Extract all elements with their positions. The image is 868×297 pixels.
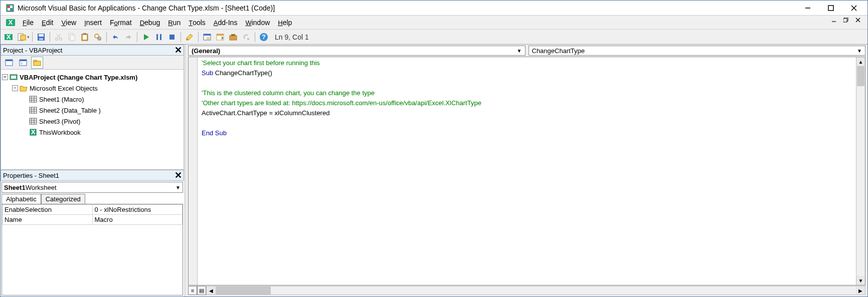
- help-icon[interactable]: ?: [258, 31, 270, 43]
- svg-rect-2: [8, 6, 10, 8]
- code-header: (General) ▼ ChangeChartType ▼: [186, 45, 867, 57]
- code-editor[interactable]: 'Select your chart first before running …: [188, 57, 865, 285]
- save-icon[interactable]: [35, 31, 47, 43]
- view-excel-icon[interactable]: X: [3, 31, 15, 43]
- scroll-left-icon[interactable]: ◀: [207, 286, 216, 294]
- full-module-view-icon[interactable]: ▤: [197, 286, 206, 295]
- break-icon[interactable]: [153, 31, 165, 43]
- property-row[interactable]: EnableSelection0 - xlNoRestrictions: [3, 205, 183, 215]
- tree-root-label: VBAProject (Change Chart Type.xlsm): [20, 74, 137, 81]
- find-icon[interactable]: [92, 31, 104, 43]
- paste-icon[interactable]: [79, 31, 91, 43]
- chevron-down-icon: ▼: [857, 48, 862, 54]
- menu-edit[interactable]: Edit: [38, 17, 57, 29]
- svg-rect-27: [70, 35, 75, 41]
- project-toolbar: [1, 56, 184, 70]
- toolbox-icon[interactable]: [227, 31, 239, 43]
- object-combo[interactable]: (General) ▼: [188, 46, 526, 56]
- tree-project-root[interactable]: − VBAProject (Change Chart Type.xlsm): [2, 72, 183, 83]
- code-pane: (General) ▼ ChangeChartType ▼ 'Select yo…: [186, 45, 867, 296]
- project-explorer-icon[interactable]: [201, 31, 213, 43]
- tree-folder-objects[interactable]: − Microsoft Excel Objects: [2, 83, 183, 94]
- tab-alphabetic[interactable]: Alphabetic: [2, 194, 41, 204]
- property-row[interactable]: NameMacro: [3, 215, 183, 225]
- insert-module-icon[interactable]: [16, 31, 28, 43]
- scroll-up-icon[interactable]: ▲: [856, 57, 865, 66]
- minimize-button[interactable]: [796, 1, 819, 16]
- procedure-combo[interactable]: ChangeChartType ▼: [529, 46, 866, 56]
- maximize-button[interactable]: [819, 1, 842, 16]
- properties-grid[interactable]: EnableSelection0 - xlNoRestrictions Name…: [2, 204, 183, 295]
- object-browser-icon[interactable]: [240, 31, 252, 43]
- svg-rect-3: [10, 8, 13, 11]
- svg-rect-29: [83, 35, 87, 40]
- code-text[interactable]: 'Select your chart first before running …: [198, 57, 856, 285]
- design-mode-icon[interactable]: [184, 31, 196, 43]
- properties-panel-title: Properties - Sheet1: [3, 172, 59, 179]
- cut-icon[interactable]: [53, 31, 65, 43]
- svg-marker-60: [20, 86, 27, 91]
- property-value[interactable]: 0 - xlNoRestrictions: [92, 205, 183, 215]
- tree-thisworkbook[interactable]: X ThisWorkbook: [2, 127, 183, 138]
- menu-addins[interactable]: Add-Ins: [210, 17, 242, 29]
- menu-run[interactable]: Run: [164, 17, 185, 29]
- svg-text:X: X: [7, 33, 11, 41]
- undo-icon[interactable]: [109, 31, 121, 43]
- svg-rect-20: [39, 34, 44, 37]
- menu-file[interactable]: File: [19, 17, 38, 29]
- menu-insert[interactable]: Insert: [80, 17, 106, 29]
- view-code-icon[interactable]: [3, 57, 15, 69]
- collapse-icon[interactable]: −: [2, 74, 8, 80]
- tree-sheet3[interactable]: Sheet3 (Pivot): [2, 116, 183, 127]
- svg-rect-57: [34, 60, 37, 62]
- view-object-icon[interactable]: [17, 57, 29, 69]
- properties-object-combo[interactable]: Sheet1 Worksheet ▼: [2, 182, 183, 193]
- menu-debug[interactable]: Debug: [136, 17, 164, 29]
- mdi-restore-button[interactable]: [843, 17, 855, 29]
- property-value[interactable]: Macro: [92, 215, 183, 225]
- mdi-minimize-button[interactable]: [831, 17, 843, 29]
- toggle-folders-icon[interactable]: [31, 57, 43, 69]
- run-icon[interactable]: [140, 31, 152, 43]
- redo-icon[interactable]: [122, 31, 134, 43]
- project-panel-title: Project - VBAProject: [3, 47, 63, 54]
- svg-line-25: [57, 34, 60, 38]
- svg-line-24: [57, 34, 61, 38]
- properties-panel-close-icon[interactable]: ✕: [172, 170, 184, 181]
- menu-tools[interactable]: Tools: [185, 17, 210, 29]
- properties-window-icon[interactable]: [214, 31, 226, 43]
- svg-rect-54: [20, 60, 27, 61]
- close-button[interactable]: [842, 1, 865, 16]
- menu-view[interactable]: View: [57, 17, 80, 29]
- vertical-scrollbar[interactable]: ▲ ▼: [856, 57, 865, 285]
- tree-sheet2[interactable]: Sheet2 (Data_Table ): [2, 105, 183, 116]
- menu-format[interactable]: Format: [106, 17, 136, 29]
- svg-point-23: [60, 38, 62, 40]
- menu-help[interactable]: Help: [274, 17, 296, 29]
- toolbar: X ▾ ? Ln 9, Col 1: [1, 30, 867, 45]
- tree-sheet1[interactable]: Sheet1 (Macro): [2, 94, 183, 105]
- horizontal-scrollbar[interactable]: ◀ ▶: [206, 286, 865, 295]
- scrollbar-thumb[interactable]: [857, 66, 864, 86]
- svg-rect-36: [160, 34, 161, 40]
- chevron-down-icon: ▼: [517, 48, 522, 54]
- procedure-view-icon[interactable]: ≡: [188, 286, 197, 295]
- menu-window[interactable]: Window: [241, 17, 274, 29]
- svg-text:X: X: [31, 128, 36, 136]
- mdi-close-button[interactable]: [855, 17, 867, 29]
- project-tree[interactable]: − VBAProject (Change Chart Type.xlsm) − …: [1, 70, 184, 170]
- scroll-right-icon[interactable]: ▶: [856, 286, 865, 294]
- svg-rect-44: [217, 34, 224, 36]
- tab-categorized[interactable]: Categorized: [41, 194, 85, 204]
- collapse-icon[interactable]: −: [12, 85, 18, 91]
- excel-icon[interactable]: X: [6, 18, 16, 28]
- scrollbar-thumb[interactable]: [216, 286, 271, 294]
- scroll-down-icon[interactable]: ▼: [856, 276, 865, 285]
- svg-rect-12: [843, 19, 847, 22]
- reset-icon[interactable]: [166, 31, 178, 43]
- copy-icon[interactable]: [66, 31, 78, 43]
- svg-rect-42: [207, 37, 210, 40]
- project-panel-close-icon[interactable]: ✕: [172, 45, 184, 56]
- properties-panel-header: Properties - Sheet1 ✕: [1, 170, 184, 181]
- worksheet-icon: [29, 95, 37, 103]
